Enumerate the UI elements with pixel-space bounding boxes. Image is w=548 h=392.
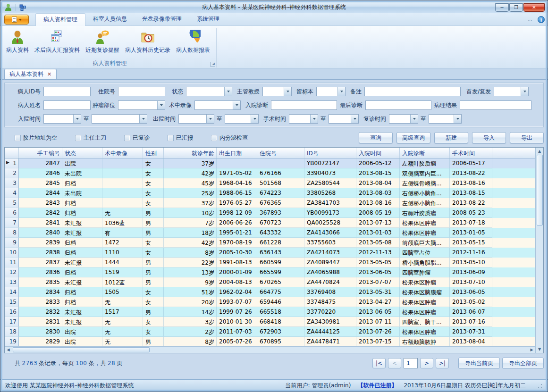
ribbon-item-patient-data[interactable]: 病人资料 <box>3 29 32 55</box>
table-row[interactable]: 182830出院无女2岁2011-07-03672903ZA4444125201… <box>5 327 535 337</box>
table-row[interactable]: 62842归档无男10岁1998-12-09367893YB0099173200… <box>5 208 535 218</box>
column-header[interactable]: 性别 <box>143 148 164 158</box>
admit-date-from-select[interactable] <box>43 114 81 124</box>
export-all-pages-button[interactable]: 导出全部页 <box>502 358 544 369</box>
scroll-down-icon[interactable]: ▼ <box>536 346 543 353</box>
column-header[interactable]: 住院号 <box>257 148 304 158</box>
close-tab-icon[interactable]: ✕ <box>47 71 51 77</box>
application-menu-button[interactable] <box>4 15 29 25</box>
dropdown-arrow-icon[interactable] <box>310 115 318 123</box>
table-row[interactable]: 162832未汇报1517男14岁1999-07-266655183377022… <box>5 307 535 317</box>
vertical-scroll-thumb[interactable] <box>537 155 543 225</box>
discharge-date-to-select[interactable] <box>225 114 259 124</box>
registered-link[interactable]: 【软件已注册】 <box>357 382 397 390</box>
first-recur-select[interactable] <box>494 87 529 96</box>
dropdown-arrow-icon[interactable] <box>139 115 147 123</box>
dropdown-arrow-icon[interactable] <box>351 115 358 123</box>
action-button-4[interactable]: 导出 <box>510 132 544 143</box>
table-row[interactable]: 192829出院无男8岁2005-07-26670895ZA4478471201… <box>5 337 535 346</box>
column-header[interactable]: 术中录像 <box>102 148 143 158</box>
table-row[interactable]: 52843归档女37岁1976-05-27676365ZA38417032013… <box>5 198 535 208</box>
close-button[interactable]: ✕ <box>523 3 545 12</box>
admission-diag-input[interactable] <box>271 100 337 110</box>
remark-input[interactable] <box>364 87 461 96</box>
prev-page-button[interactable]: < <box>388 358 401 368</box>
dropdown-arrow-icon[interactable] <box>206 115 214 123</box>
minimize-button[interactable]: ─ <box>495 3 509 12</box>
ribbon-item-history-record[interactable]: 病人资料历史记录 <box>122 29 173 55</box>
current-page-input[interactable]: 1 <box>404 358 418 368</box>
filter-checkbox-3[interactable]: 已汇报 <box>168 134 193 142</box>
table-row[interactable]: 42844未出院女25岁1988-06-15674223338052682013… <box>5 188 535 198</box>
ribbon-tab-system-management[interactable]: 系统管理 <box>189 13 227 25</box>
export-current-page-button[interactable]: 导出当前页 <box>458 358 500 369</box>
dropdown-arrow-icon[interactable] <box>284 87 291 96</box>
dropdown-arrow-icon[interactable] <box>521 87 528 96</box>
column-header[interactable]: 出生日期 <box>217 148 257 158</box>
ribbon-tab-staff-info[interactable]: 科室人员信息 <box>85 13 135 25</box>
table-row[interactable]: 22846未出院女42岁1971-05-02676166339040732013… <box>5 168 535 178</box>
pathology-input[interactable] <box>460 100 531 110</box>
checkbox-icon[interactable] <box>168 135 174 141</box>
last-page-button[interactable]: >| <box>436 358 449 368</box>
table-row[interactable]: 82840未汇报有男18岁1995-01-21643332ZA414306620… <box>5 228 535 238</box>
table-row[interactable]: 142834归档1505女51岁1962-02-0466477533769408… <box>5 287 535 297</box>
ribbon-item-followup-reminder[interactable]: 近期复诊提醒 <box>83 29 122 55</box>
table-row[interactable]: 172831未汇报无女3岁2010-01-30668418ZA343098120… <box>5 317 535 327</box>
table-row[interactable]: 32845归档女45岁1968-04-16501568ZA25805442013… <box>5 178 535 188</box>
info-icon[interactable]: i <box>538 16 545 23</box>
professor-select[interactable] <box>262 87 292 96</box>
checkbox-icon[interactable] <box>211 135 217 141</box>
surgery-date-to-select[interactable] <box>329 114 359 124</box>
column-header[interactable]: 状态 <box>62 148 102 158</box>
next-page-button[interactable]: > <box>420 358 433 368</box>
group-dialog-launcher-icon[interactable]: ◢ <box>210 62 215 67</box>
tab-patient-basic-data[interactable]: 病人基本资料 ✕ <box>4 69 57 79</box>
dropdown-arrow-icon[interactable] <box>157 101 165 109</box>
admit-date-to-select[interactable] <box>92 114 147 124</box>
column-header[interactable]: 入院时间 <box>356 148 400 158</box>
tumor-site-select[interactable] <box>118 100 165 110</box>
vertical-scrollbar[interactable]: ▲ ▼ <box>535 148 543 353</box>
followup-date-from-select[interactable] <box>389 114 418 124</box>
horizontal-scrollbar[interactable]: ◀ ▶ <box>5 346 535 353</box>
table-row[interactable]: 132835未汇报1012蓝男9岁2004-08-13670265ZA44708… <box>5 277 535 287</box>
table-row[interactable]: 102838归档1110女8岁2005-10-30636143ZA4214073… <box>5 248 535 258</box>
followup-date-to-select[interactable] <box>429 114 462 124</box>
action-button-0[interactable]: 查询 <box>359 132 393 143</box>
action-button-3[interactable]: 导入 <box>472 132 506 143</box>
column-header[interactable]: 手术时间 <box>450 148 492 158</box>
column-header[interactable]: 手工编号 <box>19 148 62 158</box>
scroll-right-icon[interactable]: ▶ <box>528 347 535 353</box>
dropdown-arrow-icon[interactable] <box>337 87 345 96</box>
filter-checkbox-2[interactable]: 已复诊 <box>124 134 150 142</box>
patient-name-input[interactable] <box>43 100 91 110</box>
table-row[interactable]: 92839归档1472女42岁1970-08-19661228337556032… <box>5 238 535 248</box>
dropdown-arrow-icon[interactable] <box>251 115 258 123</box>
dropdown-arrow-icon[interactable] <box>224 87 232 96</box>
ribbon-tab-disc-management[interactable]: 光盘录像带管理 <box>135 13 189 25</box>
column-header[interactable]: 就诊年龄 <box>164 148 217 158</box>
scroll-left-icon[interactable]: ◀ <box>5 347 12 353</box>
status-select[interactable] <box>186 87 232 96</box>
dropdown-arrow-icon[interactable] <box>233 101 240 109</box>
table-row[interactable]: 72841未汇报1036蓝男7岁2006-06-26670723QA002552… <box>5 218 535 228</box>
filter-checkbox-1[interactable]: 主任主刀 <box>75 134 106 142</box>
final-diag-input[interactable] <box>365 100 431 110</box>
specimen-select[interactable] <box>316 87 346 96</box>
table-row[interactable]: 112837未汇报1444男22岁1991-08-13660599ZA40894… <box>5 258 535 267</box>
action-button-2[interactable]: 新建 <box>434 132 468 143</box>
maximize-button[interactable]: ❐ <box>509 3 523 12</box>
table-row[interactable]: 152833归档无女20岁1993-07-0765944633748475201… <box>5 297 535 307</box>
action-button-1[interactable]: 高级查询 <box>396 132 430 143</box>
checkbox-icon[interactable] <box>75 135 81 141</box>
column-header[interactable]: ID号 <box>304 148 356 158</box>
admission-no-input[interactable] <box>118 87 165 96</box>
scroll-up-icon[interactable]: ▲ <box>536 148 543 155</box>
checkbox-icon[interactable] <box>15 135 21 141</box>
ribbon-item-data-report[interactable]: 病人数据报表 <box>173 29 213 55</box>
resize-grip[interactable] <box>537 383 543 389</box>
surgery-date-from-select[interactable] <box>289 114 318 124</box>
table-row[interactable]: 122836归档1519男13岁2000-01-09665599ZA406598… <box>5 267 535 277</box>
collapse-ribbon-icon[interactable]: ︿ <box>528 16 533 23</box>
